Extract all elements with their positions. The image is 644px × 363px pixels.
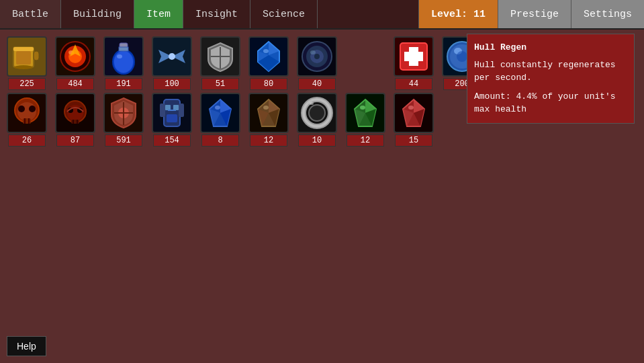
svg-rect-47 — [71, 120, 79, 124]
item-gem-red[interactable]: 15 — [391, 93, 436, 147]
item-gem-blue[interactable]: 8 — [197, 93, 243, 147]
tab-science[interactable]: Science — [250, 0, 318, 28]
item-mech-count: 154 — [153, 134, 191, 147]
item-ring[interactable]: 10 — [294, 93, 340, 147]
tab-building[interactable]: Building — [61, 0, 134, 28]
svg-point-23 — [263, 49, 269, 53]
svg-point-38 — [18, 106, 25, 112]
item-gem-brown-count: 12 — [250, 134, 287, 147]
item-mug[interactable]: 225 — [4, 36, 50, 90]
svg-rect-1 — [13, 47, 34, 51]
item-crystal[interactable]: 80 — [246, 36, 291, 90]
navbar: Battle Building Item Insight Science Lev… — [0, 0, 644, 30]
svg-point-73 — [310, 102, 314, 105]
prestige-button[interactable]: Prestige — [498, 0, 571, 28]
item-potion[interactable]: 191 — [101, 36, 146, 90]
tab-item[interactable]: Item — [134, 0, 183, 28]
tab-insight[interactable]: Insight — [183, 0, 250, 28]
svg-rect-54 — [160, 104, 165, 117]
item-cross-count: 44 — [395, 78, 432, 90]
item-wings-count: 100 — [153, 78, 191, 90]
item-mug-count: 225 — [8, 78, 46, 90]
svg-point-64 — [215, 106, 220, 110]
item-gem-red-count: 15 — [395, 134, 432, 147]
item-shield-count: 51 — [201, 78, 239, 90]
item-empty-1 — [342, 36, 388, 90]
svg-point-16 — [169, 53, 175, 60]
svg-rect-31 — [404, 52, 423, 61]
svg-point-78 — [360, 106, 365, 110]
item-fire-orb-count: 484 — [56, 78, 94, 90]
item-crystal-count: 80 — [250, 78, 287, 90]
item-gem-blue-count: 8 — [201, 134, 239, 147]
svg-point-13 — [117, 54, 122, 58]
svg-point-39 — [29, 106, 36, 112]
tooltip-line1: Hull constantly regenerates per second. — [474, 58, 627, 85]
svg-point-69 — [263, 106, 269, 110]
svg-rect-58 — [167, 114, 177, 122]
item-skull2[interactable]: 87 — [52, 93, 98, 147]
item-ring-count: 10 — [298, 134, 336, 147]
help-button[interactable]: Help — [7, 336, 46, 356]
svg-rect-40 — [23, 118, 31, 124]
item-shield[interactable]: 51 — [197, 36, 243, 90]
item-skull1[interactable]: 26 — [4, 93, 50, 147]
item-gem-green[interactable]: 12 — [342, 93, 388, 147]
svg-rect-57 — [173, 105, 179, 110]
tooltip-line2: Amount: 4.4% of your unit's max health — [474, 90, 627, 116]
item-gem-brown[interactable]: 12 — [246, 93, 291, 147]
item-dark-orb-count: 40 — [298, 78, 336, 90]
tab-battle[interactable]: Battle — [0, 0, 61, 28]
item-mech[interactable]: 154 — [149, 93, 195, 147]
item-wings[interactable]: 100 — [149, 36, 195, 90]
svg-point-27 — [310, 50, 316, 54]
svg-point-28 — [314, 54, 320, 59]
svg-point-4 — [14, 65, 33, 69]
level-display: Level: 11 — [418, 0, 498, 28]
item-gem-green-count: 12 — [347, 134, 384, 147]
svg-rect-14 — [119, 47, 128, 51]
settings-button[interactable]: Settings — [571, 0, 644, 28]
svg-rect-2 — [34, 51, 39, 61]
tooltip-panel: Hull Regen Hull constantly regenerates p… — [467, 34, 635, 124]
item-shield2-count: 591 — [105, 134, 142, 147]
svg-rect-56 — [165, 105, 171, 110]
item-cross[interactable]: 44 — [391, 36, 436, 90]
item-fire-orb[interactable]: 484 — [52, 36, 98, 90]
item-skull1-count: 26 — [8, 134, 46, 147]
svg-point-35 — [457, 51, 467, 62]
item-shield2[interactable]: 591 — [101, 93, 146, 147]
svg-rect-55 — [179, 104, 184, 117]
item-dark-orb[interactable]: 40 — [294, 36, 340, 90]
svg-point-12 — [114, 51, 133, 73]
svg-point-83 — [408, 106, 414, 110]
tooltip-title: Hull Regen — [474, 41, 627, 54]
item-skull2-count: 87 — [56, 134, 94, 147]
item-potion-count: 191 — [105, 78, 142, 90]
svg-rect-3 — [16, 51, 31, 65]
svg-point-72 — [309, 105, 325, 121]
